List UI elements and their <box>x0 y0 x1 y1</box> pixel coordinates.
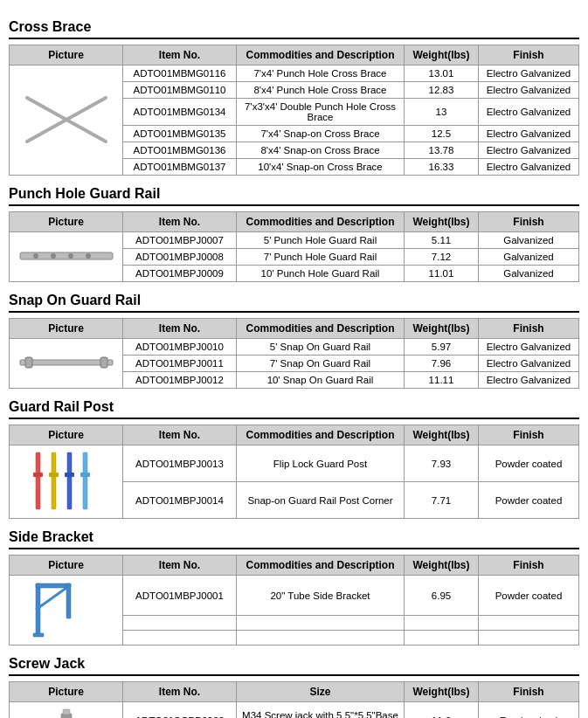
svg-point-6 <box>86 253 91 259</box>
col-weight: Weight(lbs) <box>405 682 479 702</box>
col-finish: Finish <box>479 45 579 66</box>
col-commodity: Commodities and Description <box>237 319 405 339</box>
screw-jack-section: Screw Jack Picture Item No. Size Weight(… <box>9 656 579 718</box>
punch-hole-title: Punch Hole Guard Rail <box>9 186 579 206</box>
finish-cell: Electro Galvanized <box>479 66 579 82</box>
description-cell: 7'x4' Snap-on Cross Brace <box>237 126 405 142</box>
svg-rect-14 <box>67 452 72 509</box>
item-no-cell: ADTO01MBPJ0007 <box>123 232 237 249</box>
svg-point-3 <box>33 253 38 259</box>
finish-cell: Electro Galvanized <box>479 339 579 356</box>
svg-rect-22 <box>33 633 44 637</box>
col-picture: Picture <box>10 212 123 232</box>
item-no-cell: ADTO01MBMG0134 <box>123 99 237 126</box>
svg-rect-10 <box>36 452 40 509</box>
finish-cell: E-galvanized <box>479 702 579 719</box>
snap-on-guard-rail-section: Snap On Guard Rail Picture Item No. Comm… <box>9 293 579 389</box>
item-no-cell: ADTO01MBMG0110 <box>123 82 237 99</box>
col-finish: Finish <box>479 556 579 576</box>
description-cell: Flip Lock Guard Post <box>237 445 405 482</box>
cross-brace-image <box>10 66 123 176</box>
svg-rect-20 <box>66 583 71 618</box>
description-cell: 8'x4' Snap-on Cross Brace <box>237 142 405 159</box>
side-bracket-title: Side Bracket <box>9 529 579 549</box>
svg-rect-11 <box>33 473 43 477</box>
finish-cell: Electro Galvanized <box>479 142 579 159</box>
guard-rail-post-title: Guard Rail Post <box>9 399 579 419</box>
weight-cell: 11.6 <box>405 702 479 719</box>
col-item-no: Item No. <box>123 556 237 576</box>
description-cell: 7' Punch Hole Guard Rail <box>237 249 405 266</box>
finish-cell: Powder coated <box>479 482 579 519</box>
finish-cell: Galvanized <box>479 232 579 249</box>
finish-cell: Electro Galvanized <box>479 372 579 389</box>
cross-brace-table: Picture Item No. Commodities and Descrip… <box>9 45 579 176</box>
description-cell: 20" Tube Side Bracket <box>237 576 405 616</box>
item-no-cell: ADTO01MBMG0137 <box>123 159 237 176</box>
col-commodity: Commodities and Description <box>237 556 405 576</box>
weight-cell: 7.93 <box>405 445 479 482</box>
col-weight: Weight(lbs) <box>405 212 479 232</box>
weight-cell: 5.97 <box>405 339 479 356</box>
item-no-cell: ADTO01MBMG0116 <box>123 66 237 82</box>
col-finish: Finish <box>479 682 579 702</box>
col-item-no: Item No. <box>123 425 237 445</box>
item-no-cell: ADTO01MBPJ0008 <box>123 249 237 266</box>
item-no-cell: ADTO01MBPJ0014 <box>123 482 237 519</box>
description-cell: 7'x4' Punch Hole Cross Brace <box>237 66 405 82</box>
item-no-cell: ADTO01MBPJ0010 <box>123 339 237 356</box>
col-picture: Picture <box>10 45 123 66</box>
weight-cell: 7.12 <box>405 249 479 266</box>
col-weight: Weight(lbs) <box>405 556 479 576</box>
table-row: ADTO01SGPB0003 M34 Screw jack with 5.5"*… <box>10 702 579 719</box>
side-bracket-table: Picture Item No. Commodities and Descrip… <box>9 555 579 646</box>
punch-hole-guard-rail-section: Punch Hole Guard Rail Picture Item No. C… <box>9 186 579 282</box>
item-no-cell: ADTO01MBPJ0009 <box>123 266 237 282</box>
guard-rail-post-image <box>10 445 123 519</box>
weight-cell <box>405 616 479 631</box>
table-row: ADTO01MBPJ0013 Flip Lock Guard Post 7.93… <box>10 445 579 482</box>
description-cell: M34 Screw jack with 5.5"*5.5"Base Plate <box>237 702 405 719</box>
table-row: ADTO01MBPJ0010 5' Snap On Guard Rail 5.9… <box>10 339 579 356</box>
description-cell: 7' Snap On Guard Rail <box>237 356 405 372</box>
item-no-cell: ADTO01MBPJ0013 <box>123 445 237 482</box>
screw-jack-table: Picture Item No. Size Weight(lbs) Finish <box>9 681 579 718</box>
svg-rect-15 <box>65 473 74 477</box>
col-commodity: Commodities and Description <box>237 425 405 445</box>
svg-rect-7 <box>20 360 113 365</box>
punch-hole-table: Picture Item No. Commodities and Descrip… <box>9 211 579 282</box>
col-picture: Picture <box>10 682 123 702</box>
col-item-no: Item No. <box>123 45 237 66</box>
snap-on-guard-rail-image <box>10 339 123 389</box>
snap-on-guard-rail-table: Picture Item No. Commodities and Descrip… <box>9 318 579 389</box>
weight-cell: 11.01 <box>405 266 479 282</box>
weight-cell: 7.71 <box>405 482 479 519</box>
punch-hole-guard-rail-image <box>10 232 123 282</box>
finish-cell: Galvanized <box>479 249 579 266</box>
cross-brace-title: Cross Brace <box>9 19 579 39</box>
description-cell <box>237 631 405 646</box>
svg-point-5 <box>68 253 73 259</box>
table-row: ADTO01MBPJ0007 5' Punch Hole Guard Rail … <box>10 232 579 249</box>
svg-point-4 <box>51 253 56 259</box>
weight-cell: 12.5 <box>405 126 479 142</box>
description-cell: 10'x4' Snap-on Cross Brace <box>237 159 405 176</box>
col-weight: Weight(lbs) <box>405 425 479 445</box>
svg-rect-9 <box>100 357 107 368</box>
col-item-no: Item No. <box>123 212 237 232</box>
description-cell: 5' Snap On Guard Rail <box>237 339 405 356</box>
item-no-cell: ADTO01MBPJ0011 <box>123 356 237 372</box>
col-item-no: Item No. <box>123 682 237 702</box>
svg-rect-8 <box>25 357 32 368</box>
weight-cell: 5.11 <box>405 232 479 249</box>
screw-jack-image <box>10 702 123 719</box>
weight-cell: 16.33 <box>405 159 479 176</box>
item-no-cell: ADTO01MBPJ0012 <box>123 372 237 389</box>
weight-cell <box>405 631 479 646</box>
weight-cell: 13.01 <box>405 66 479 82</box>
svg-rect-35 <box>63 709 70 715</box>
description-cell <box>237 616 405 631</box>
finish-cell: Electro Galvanized <box>479 159 579 176</box>
finish-cell <box>479 631 579 646</box>
col-finish: Finish <box>479 212 579 232</box>
